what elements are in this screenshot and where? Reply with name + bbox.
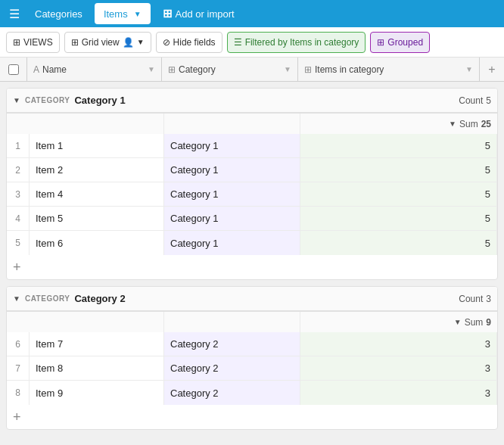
- views-button[interactable]: ⊞ VIEWS: [6, 32, 60, 53]
- cell-name-3[interactable]: Item 4: [30, 182, 164, 206]
- cell-category-7[interactable]: Category 2: [164, 356, 300, 380]
- cell-name-1[interactable]: Item 1: [30, 134, 164, 157]
- hide-fields-button[interactable]: ⊘ Hide fields: [156, 32, 222, 53]
- text-icon: A: [33, 64, 39, 75]
- sum-spacer-2: [7, 312, 164, 332]
- group-name-1: Category 1: [74, 95, 125, 106]
- cell-name-2[interactable]: Item 2: [30, 158, 164, 182]
- group-section-1: ▼ CATEGORY Category 1 Count 5 ▼ Sum 25: [6, 88, 498, 280]
- cell-items-in-cat-7[interactable]: 3: [300, 356, 497, 380]
- table-row: 4 Item 5 Category 1 5: [7, 207, 497, 231]
- cell-category-1[interactable]: Category 1: [164, 134, 300, 157]
- cell-name-4[interactable]: Item 5: [30, 207, 164, 230]
- row-num-7: 7: [7, 356, 30, 380]
- group-1-rows: 1 Item 1 Category 1 5 2 Item 2: [7, 134, 497, 255]
- row-num-2: 2: [7, 158, 30, 182]
- column-header-name[interactable]: A Name ▼: [27, 58, 162, 81]
- add-column-button[interactable]: +: [480, 63, 504, 76]
- column-header-items-in-category[interactable]: ⊞ Items in category ▼: [298, 58, 480, 81]
- cell-items-in-cat-5[interactable]: 5: [300, 231, 497, 255]
- column-header-category[interactable]: ⊞ Category ▼: [162, 58, 298, 81]
- cell-category-3[interactable]: Category 1: [164, 182, 300, 206]
- group-header-1: ▼ CATEGORY Category 1 Count 5: [7, 89, 497, 113]
- cell-name-8[interactable]: Item 9: [30, 381, 164, 405]
- sum-cell-2: ▼ Sum 9: [300, 317, 497, 328]
- sum-chevron-icon: ▼: [449, 120, 456, 128]
- row-num-8: 8: [7, 381, 30, 405]
- sum-row-2: ▼ Sum 9: [7, 311, 497, 332]
- sum-row-1: ▼ Sum 25: [7, 113, 497, 134]
- group-section-2: ▼ CATEGORY Category 2 Count 3 ▼ Sum 9: [6, 286, 498, 430]
- row-num-6: 6: [7, 332, 30, 356]
- hamburger-icon[interactable]: ☰: [6, 4, 23, 24]
- add-row-button-2[interactable]: +: [7, 405, 497, 429]
- group-tag-1: CATEGORY: [25, 96, 70, 104]
- cell-items-in-cat-6[interactable]: 3: [300, 332, 497, 356]
- row-num-5: 5: [7, 231, 30, 255]
- sum-cat-spacer-2: [164, 312, 300, 332]
- cell-category-5[interactable]: Category 1: [164, 231, 300, 255]
- row-num-3: 3: [7, 182, 30, 206]
- grouped-button[interactable]: ⊞ Grouped: [370, 32, 430, 53]
- grid-view-dropdown-icon[interactable]: ▼: [137, 38, 145, 46]
- person-icon: 👤: [123, 37, 134, 48]
- cell-category-4[interactable]: Category 1: [164, 207, 300, 230]
- sort-icon: ▼: [148, 65, 155, 73]
- row-num-4: 4: [7, 207, 30, 230]
- add-row-button-1[interactable]: +: [7, 255, 497, 279]
- cell-category-6[interactable]: Category 2: [164, 332, 300, 356]
- table-row: 6 Item 7 Category 2 3: [7, 332, 497, 356]
- link-icon: ⊞: [168, 64, 176, 75]
- table-row: 8 Item 9 Category 2 3: [7, 381, 497, 405]
- cell-items-in-cat-8[interactable]: 3: [300, 381, 497, 405]
- grid-header: A Name ▼ ⊞ Category ▼ ⊞ Items in categor…: [0, 58, 504, 82]
- group-count-1: Count 5: [459, 95, 491, 106]
- col-sort-icon: ▼: [284, 65, 291, 73]
- cell-items-in-cat-4[interactable]: 5: [300, 207, 497, 230]
- group-label-row-2: ▼ CATEGORY Category 2: [13, 293, 126, 304]
- nav-tab-categories[interactable]: Categories: [26, 3, 92, 24]
- checkbox-input[interactable]: [8, 64, 19, 75]
- group-chevron-2[interactable]: ▼: [13, 294, 20, 303]
- cell-items-in-cat-1[interactable]: 5: [300, 134, 497, 157]
- views-icon: ⊞: [13, 37, 20, 48]
- filter-button[interactable]: ☰ Filtered by Items in category: [227, 32, 366, 53]
- group-name-2: Category 2: [74, 293, 125, 304]
- top-nav: ☰ Categories Items ▼ ⊞ Add or import: [0, 0, 504, 27]
- cell-name-7[interactable]: Item 8: [30, 356, 164, 380]
- group-icon: ⊞: [377, 37, 384, 48]
- sum-cat-spacer-1: [164, 114, 300, 134]
- cell-category-8[interactable]: Category 2: [164, 381, 300, 405]
- grid-view-button[interactable]: ⊞ Grid view 👤 ▼: [64, 32, 151, 53]
- plus-icon: ⊞: [163, 7, 173, 20]
- table-row: 7 Item 8 Category 2 3: [7, 356, 497, 381]
- cell-name-6[interactable]: Item 7: [30, 332, 164, 356]
- select-all-checkbox[interactable]: [0, 58, 27, 81]
- group-tag-2: CATEGORY: [25, 294, 70, 303]
- content-area: ▼ CATEGORY Category 1 Count 5 ▼ Sum 25: [0, 82, 504, 445]
- cell-category-2[interactable]: Category 1: [164, 158, 300, 182]
- sum-cell-1: ▼ Sum 25: [300, 119, 497, 129]
- table-row: 2 Item 2 Category 1 5: [7, 158, 497, 182]
- col-dropdown-icon: ▼: [465, 65, 473, 73]
- group-chevron-1[interactable]: ▼: [13, 96, 20, 104]
- add-or-import-button[interactable]: ⊞ Add or import: [154, 4, 244, 23]
- sum-chevron-icon-2: ▼: [454, 318, 462, 326]
- group-2-rows: 6 Item 7 Category 2 3 7 Item 8: [7, 332, 497, 405]
- toolbar: ⊞ VIEWS ⊞ Grid view 👤 ▼ ⊘ Hide fields ☰ …: [0, 27, 504, 58]
- table-row: 3 Item 4 Category 1 5: [7, 182, 497, 207]
- group-label-row-1: ▼ CATEGORY Category 1: [13, 95, 126, 106]
- tab-dropdown-icon[interactable]: ▼: [134, 10, 142, 18]
- table-row: 5 Item 6 Category 1 5: [7, 231, 497, 255]
- hide-icon: ⊘: [163, 37, 170, 48]
- grid-icon: ⊞: [71, 37, 79, 48]
- nav-tab-items[interactable]: Items ▼: [95, 3, 151, 24]
- row-num-1: 1: [7, 134, 30, 157]
- table-row: 1 Item 1 Category 1 5: [7, 134, 497, 158]
- group-count-2: Count 3: [459, 294, 491, 304]
- cell-name-5[interactable]: Item 6: [30, 231, 164, 255]
- cell-items-in-cat-3[interactable]: 5: [300, 182, 497, 206]
- rollup-icon: ⊞: [304, 64, 312, 75]
- sum-spacer-1: [7, 114, 164, 134]
- cell-items-in-cat-2[interactable]: 5: [300, 158, 497, 182]
